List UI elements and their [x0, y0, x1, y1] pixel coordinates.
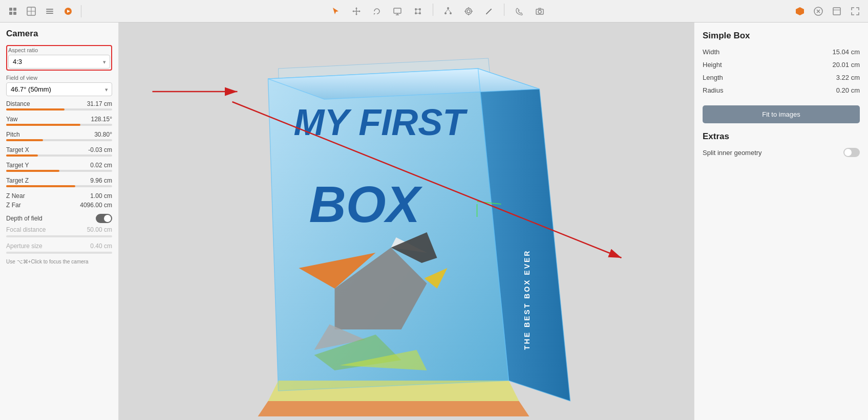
box-icon[interactable] [792, 4, 808, 19]
left-panel: Camera Aspect ratio 4:3 16:9 1:1 Field o… [0, 23, 119, 420]
node-tool[interactable] [410, 4, 426, 19]
separator3 [504, 4, 504, 16]
yaw-label: Yaw [6, 116, 17, 123]
expand-icon[interactable] [848, 4, 863, 19]
target-z-slider[interactable] [6, 185, 112, 187]
svg-marker-18 [359, 10, 361, 12]
svg-point-33 [450, 12, 452, 14]
target-z-fill [6, 185, 75, 187]
yaw-row: Yaw 128.15° [6, 116, 112, 123]
height-value: 20.01 cm [832, 61, 860, 69]
close-icon[interactable] [811, 4, 826, 19]
target-x-row: Target X -0.03 cm [6, 146, 112, 153]
svg-point-32 [444, 12, 447, 14]
length-row: Length 3.22 cm [703, 74, 860, 81]
width-label: Width [703, 48, 719, 56]
z-near-label: Z Near [6, 192, 25, 200]
fov-group: Field of view 46.7° (50mm) 35mm 85mm [6, 75, 112, 96]
svg-rect-2 [9, 12, 12, 15]
aspect-ratio-select[interactable]: 4:3 16:9 1:1 [8, 55, 110, 69]
focal-distance-label: Focal distance [6, 226, 46, 233]
fov-select[interactable]: 46.7° (50mm) 35mm 85mm [6, 82, 112, 96]
split-inner-label: Split inner geometry [703, 149, 762, 157]
tree-tool[interactable] [440, 4, 456, 19]
fit-to-images-button[interactable]: Fit to images [703, 105, 860, 123]
aperture-size-slider [6, 252, 112, 254]
depth-of-field-toggle[interactable] [96, 214, 112, 223]
svg-marker-17 [352, 10, 354, 12]
target-x-slider[interactable] [6, 154, 112, 157]
target-x-label: Target X [6, 146, 29, 153]
screen-tool[interactable] [390, 4, 405, 19]
yaw-slider[interactable] [6, 124, 112, 126]
aspect-ratio-label: Aspect ratio [8, 47, 110, 53]
height-row: Height 20.01 cm [703, 61, 860, 69]
split-inner-row: Split inner geometry [703, 148, 860, 157]
focal-distance-slider [6, 235, 112, 237]
aspect-ratio-box: Aspect ratio 4:3 16:9 1:1 [6, 45, 112, 71]
distance-fill [6, 108, 65, 110]
pitch-group: Pitch 30.80° [6, 131, 112, 141]
length-label: Length [703, 74, 723, 81]
camera-hint: Use ⌥⌘+Click to focus the camera [6, 259, 112, 264]
svg-line-34 [446, 9, 448, 12]
grid-icon[interactable] [24, 4, 39, 19]
width-row: Width 15.04 cm [703, 48, 860, 56]
distance-value: 31.17 cm [87, 100, 112, 107]
separator [81, 5, 81, 17]
target-y-value: 0.02 cm [90, 162, 112, 169]
height-label: Height [703, 61, 722, 69]
target-y-fill [6, 170, 59, 172]
movie-icon[interactable] [60, 4, 76, 19]
select-tool[interactable] [328, 4, 344, 19]
distance-slider[interactable] [6, 108, 112, 110]
target-y-label: Target Y [6, 162, 29, 169]
z-near-value: 1.00 cm [90, 192, 112, 200]
svg-text:THE BEST BOX EVER: THE BEST BOX EVER [523, 250, 531, 350]
target-y-slider[interactable] [6, 170, 112, 172]
right-panel-title: Simple Box [703, 31, 860, 41]
svg-rect-3 [13, 12, 16, 15]
canvas-area[interactable]: MY FIRST BOX THE BEST BOX EVER [119, 23, 694, 420]
svg-text:BOX: BOX [309, 175, 423, 233]
panel-title: Camera [6, 29, 112, 39]
svg-marker-64 [258, 401, 530, 416]
svg-rect-20 [394, 8, 401, 13]
camera-tool[interactable] [532, 4, 547, 19]
target-y-group: Target Y 0.02 cm [6, 162, 112, 172]
svg-rect-1 [13, 8, 16, 11]
split-inner-toggle[interactable] [843, 148, 860, 157]
fov-select-wrap: 46.7° (50mm) 35mm 85mm [6, 82, 112, 96]
pitch-slider[interactable] [6, 139, 112, 141]
phone-tool[interactable] [512, 4, 527, 19]
target-z-group: Target Z 9.96 cm [6, 177, 112, 187]
z-far-label: Z Far [6, 202, 21, 209]
svg-rect-9 [46, 13, 53, 14]
target-x-value: -0.03 cm [88, 146, 112, 153]
svg-point-31 [447, 7, 449, 9]
aperture-size-label: Aperture size [6, 242, 43, 250]
extras-title: Extras [703, 131, 860, 142]
target-z-label: Target Z [6, 177, 29, 184]
target-tool[interactable] [461, 4, 476, 19]
svg-marker-15 [355, 7, 357, 9]
focal-distance-row: Focal distance 50.00 cm [6, 226, 112, 233]
distance-row: Distance 31.17 cm [6, 100, 112, 107]
menu-icon[interactable] [42, 4, 57, 19]
move-tool[interactable] [349, 4, 364, 19]
main-content: Camera Aspect ratio 4:3 16:9 1:1 Field o… [0, 23, 868, 420]
depth-of-field-label: Depth of field [6, 215, 43, 222]
target-x-fill [6, 154, 38, 157]
aperture-size-group: Aperture size 0.40 cm [6, 242, 112, 254]
separator2 [433, 4, 433, 16]
window-icon[interactable] [829, 4, 844, 19]
distance-group: Distance 31.17 cm [6, 100, 112, 110]
z-far-row: Z Far 4096.00 cm [6, 202, 112, 209]
right-panel: Simple Box Width 15.04 cm Height 20.01 c… [694, 23, 868, 420]
add-icon[interactable] [5, 4, 20, 19]
edit-tool[interactable] [481, 4, 497, 19]
svg-marker-19 [374, 13, 375, 15]
rotate-tool[interactable] [369, 4, 385, 19]
radius-row: Radius 0.20 cm [703, 86, 860, 94]
svg-rect-8 [46, 11, 53, 12]
